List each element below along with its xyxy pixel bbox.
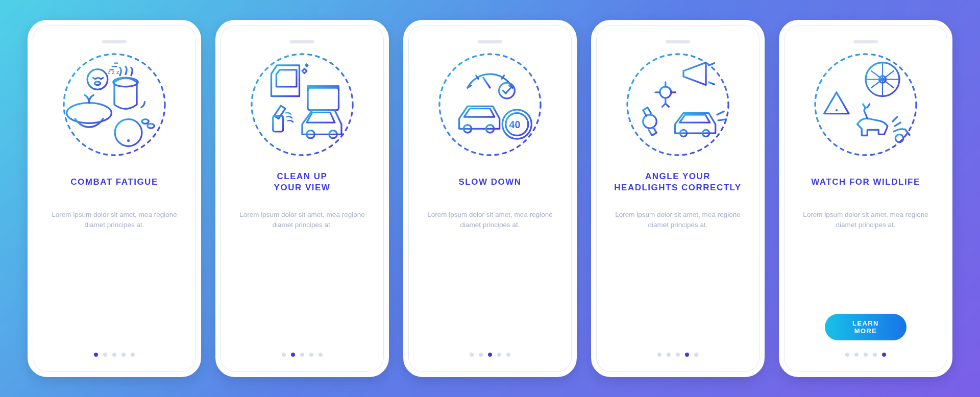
slow-down-icon: 40 — [434, 48, 546, 161]
svg-point-5 — [142, 119, 149, 124]
dot[interactable] — [112, 353, 116, 357]
svg-rect-12 — [308, 88, 339, 110]
pagination-dots — [408, 353, 572, 357]
dot[interactable] — [309, 353, 313, 357]
svg-point-47 — [815, 54, 916, 155]
onboarding-card-wildlife: WATCH FOR WILDLIFE Lorem ipsum dolor sit… — [779, 20, 952, 377]
dot[interactable] — [685, 353, 689, 357]
svg-line-55 — [895, 122, 900, 126]
onboarding-desc: Lorem ipsum dolor sit amet, mea regione … — [799, 210, 932, 231]
onboarding-desc: Lorem ipsum dolor sit amet, mea regione … — [48, 210, 181, 231]
clean-view-icon — [246, 48, 358, 161]
svg-point-37 — [627, 54, 728, 155]
phone-notch — [478, 40, 502, 43]
phone-notch — [666, 40, 690, 43]
phone-notch — [102, 40, 127, 43]
svg-point-2 — [95, 82, 101, 85]
onboarding-title: COMBAT FATIGUE — [70, 170, 158, 194]
dot[interactable] — [479, 353, 483, 357]
onboarding-desc: Lorem ipsum dolor sit amet, mea regione … — [611, 210, 744, 231]
svg-line-38 — [709, 63, 715, 65]
svg-line-27 — [483, 78, 490, 88]
phone-notch — [290, 40, 314, 43]
pagination-dots — [220, 353, 384, 357]
onboarding-card-clean-view: CLEAN UP YOUR VIEW Lorem ipsum dolor sit… — [215, 20, 389, 377]
dot[interactable] — [873, 353, 877, 357]
svg-text:40: 40 — [509, 119, 520, 130]
svg-point-21 — [439, 54, 541, 155]
svg-point-4 — [113, 78, 138, 87]
dot[interactable] — [318, 353, 323, 357]
onboarding-title: SLOW DOWN — [458, 170, 521, 194]
dot[interactable] — [506, 353, 510, 357]
svg-point-10 — [127, 139, 130, 142]
learn-more-button[interactable]: LEARN MORE — [825, 314, 906, 340]
svg-point-52 — [865, 114, 866, 115]
svg-point-51 — [836, 109, 838, 111]
pagination-dots — [33, 353, 196, 357]
headlights-icon — [622, 48, 734, 161]
dot[interactable] — [497, 353, 501, 357]
onboarding-title: WATCH FOR WILDLIFE — [811, 170, 920, 194]
phone-notch — [853, 40, 878, 43]
onboarding-desc: Lorem ipsum dolor sit amet, mea regione … — [236, 210, 369, 231]
svg-line-45 — [717, 111, 724, 115]
onboarding-card-slow-down: 40 SLOW DOWN Lorem ipsum dolor sit amet,… — [403, 20, 577, 377]
dot[interactable] — [121, 353, 126, 357]
dot[interactable] — [470, 353, 474, 357]
dot[interactable] — [667, 353, 671, 357]
svg-point-7 — [67, 103, 112, 123]
dot[interactable] — [488, 353, 492, 357]
dot[interactable] — [694, 353, 698, 357]
dot[interactable] — [282, 353, 286, 357]
onboarding-title: CLEAN UP YOUR VIEW — [274, 170, 331, 194]
svg-point-28 — [499, 83, 515, 98]
svg-text:z z z: z z z — [108, 69, 119, 75]
dot[interactable] — [657, 353, 662, 357]
pagination-dots — [596, 353, 760, 357]
dot[interactable] — [882, 353, 886, 357]
svg-point-53 — [895, 134, 903, 142]
dot[interactable] — [676, 353, 680, 357]
dot[interactable] — [94, 353, 98, 357]
dot[interactable] — [845, 353, 849, 357]
dot[interactable] — [103, 353, 107, 357]
dot[interactable] — [300, 353, 304, 357]
wildlife-icon — [810, 48, 922, 161]
dot[interactable] — [864, 353, 868, 357]
svg-point-42 — [643, 115, 656, 128]
svg-point-41 — [660, 87, 671, 98]
svg-point-1 — [87, 69, 108, 90]
svg-line-54 — [893, 117, 897, 121]
svg-line-46 — [718, 119, 726, 120]
onboarding-desc: Lorem ipsum dolor sit amet, mea regione … — [424, 210, 556, 231]
svg-point-6 — [148, 123, 154, 128]
onboarding-card-fatigue: z z z COMBAT FATIGUE Lorem ipsum dolor s… — [28, 20, 201, 377]
svg-line-40 — [709, 82, 715, 84]
onboarding-card-headlights: ANGLE YOUR HEADLIGHTS CORRECTLY Lorem ip… — [591, 20, 765, 377]
dot[interactable] — [854, 353, 859, 357]
dot[interactable] — [291, 353, 295, 357]
fatigue-icon: z z z — [58, 48, 170, 161]
dot[interactable] — [131, 353, 135, 357]
svg-point-11 — [252, 54, 353, 155]
onboarding-title: ANGLE YOUR HEADLIGHTS CORRECTLY — [614, 170, 741, 194]
pagination-dots — [784, 353, 947, 357]
